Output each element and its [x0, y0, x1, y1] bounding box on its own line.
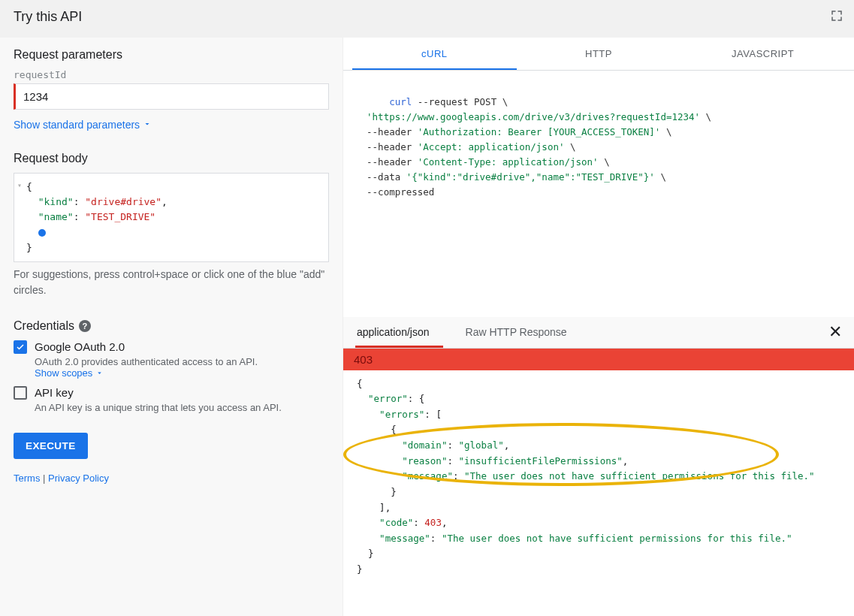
status-code: 403: [354, 353, 373, 366]
rv-reason: "insufficientFilePermissions": [459, 455, 623, 467]
requestid-input[interactable]: [14, 83, 329, 110]
code-hdr2-flag: --header: [355, 141, 418, 152]
help-icon[interactable]: ?: [79, 320, 91, 332]
code-hdr2: 'Accept: application/json': [418, 141, 565, 152]
add-property-icon[interactable]: [38, 229, 46, 237]
right-panel: cURL HTTP JAVASCRIPT curl --request POST…: [343, 38, 854, 616]
requestid-label: requestId: [14, 69, 329, 80]
code-hdr3: 'Content-Type: application/json': [418, 156, 599, 168]
rk-message: "message": [402, 470, 453, 482]
footer-links: Terms | Privacy Policy: [14, 473, 329, 484]
tab-javascript[interactable]: JAVASCRIPT: [680, 38, 845, 70]
show-scopes-link[interactable]: Show scopes: [35, 367, 104, 379]
terms-link[interactable]: Terms: [14, 473, 40, 484]
oauth-label: Google OAuth 2.0: [35, 340, 329, 353]
request-body-editor[interactable]: ▾ { "kind": "drive#drive", "name": "TEST…: [14, 173, 329, 262]
feedback-icon[interactable]: [809, 77, 822, 90]
collapse-icon[interactable]: [830, 9, 843, 25]
show-standard-parameters-label: Show standard parameters: [14, 119, 140, 131]
response-tabs: application/json Raw HTTP Response ✕: [343, 317, 854, 349]
code-flag-request: --request: [412, 96, 474, 107]
rv-message: "The user does not have sufficient permi…: [464, 470, 815, 482]
response-body[interactable]: { "error": { "errors": [ { "domain": "gl…: [343, 370, 854, 617]
rv-message2: "The user does not have sufficient permi…: [442, 533, 792, 544]
credentials-heading-label: Credentials: [14, 319, 74, 333]
rk-reason: "reason": [402, 455, 447, 467]
copy-icon[interactable]: [830, 77, 843, 90]
apikey-checkbox[interactable]: [14, 386, 27, 400]
json-val-name: "TEST_DRIVE": [85, 211, 155, 222]
code-hdr1-flag: --header: [355, 126, 418, 137]
close-icon[interactable]: ✕: [828, 322, 842, 342]
chevron-down-icon: [143, 119, 152, 131]
credential-oauth-row: Google OAuth 2.0 OAuth 2.0 provides auth…: [14, 340, 329, 379]
code-bs1: \: [496, 96, 508, 107]
execute-button[interactable]: EXECUTE: [14, 433, 88, 459]
tab-http[interactable]: HTTP: [517, 38, 681, 70]
tab-appjson[interactable]: application/json: [355, 317, 443, 348]
left-panel: Request parameters requestId Show standa…: [0, 38, 343, 616]
rk-code: "code": [379, 517, 413, 528]
code-data-flag: --data: [355, 171, 406, 183]
show-standard-parameters-link[interactable]: Show standard parameters: [14, 119, 152, 131]
code-compressed: --compressed: [355, 186, 434, 198]
code-snippet[interactable]: curl --request POST \ 'https://www.googl…: [343, 71, 854, 317]
json-key-name: "name": [38, 211, 74, 222]
fold-gutter-icon[interactable]: ▾: [17, 180, 22, 192]
json-key-kind: "kind": [38, 196, 74, 207]
code-curl: curl: [389, 96, 412, 107]
code-hdr3-flag: --header: [355, 156, 418, 168]
show-scopes-label: Show scopes: [35, 367, 92, 379]
oauth-desc: OAuth 2.0 provides authenticated access …: [35, 356, 329, 379]
json-val-kind: "drive#drive": [85, 196, 161, 207]
request-body-hint: For suggestions, press control+space or …: [14, 267, 329, 298]
code-method: POST: [474, 96, 496, 107]
rk-error: "error": [368, 393, 408, 404]
privacy-link[interactable]: Privacy Policy: [48, 473, 109, 484]
code-url: 'https://www.googleapis.com/drive/v3/dri…: [355, 111, 700, 122]
code-data: '{"kind":"drive#drive","name":"TEST_DRIV…: [406, 171, 655, 183]
tab-curl[interactable]: cURL: [352, 38, 517, 70]
footer-separator: |: [43, 473, 45, 484]
request-body-heading: Request body: [14, 152, 329, 165]
credential-apikey-row: API key An API key is a unique string th…: [14, 386, 329, 413]
rk-message2: "message": [379, 533, 430, 544]
code-tabs: cURL HTTP JAVASCRIPT: [343, 38, 854, 71]
tab-raw-http[interactable]: Raw HTTP Response: [464, 317, 581, 348]
code-hdr1: 'Authorization: Bearer [YOUR_ACCESS_TOKE…: [418, 126, 661, 137]
oauth-checkbox[interactable]: [14, 340, 27, 354]
request-parameters-heading: Request parameters: [14, 48, 329, 62]
rv-code: 403: [424, 517, 442, 528]
apikey-label: API key: [35, 386, 329, 399]
status-bar: 403: [343, 349, 854, 370]
page-title: Try this API: [14, 9, 82, 25]
rk-domain: "domain": [402, 439, 447, 451]
credentials-heading: Credentials ?: [14, 319, 329, 333]
oauth-desc-text: OAuth 2.0 provides authenticated access …: [35, 356, 258, 367]
rk-errors: "errors": [379, 409, 424, 420]
header-bar: Try this API: [0, 0, 854, 38]
rv-domain: "global": [459, 439, 504, 451]
apikey-desc: An API key is a unique string that lets …: [35, 402, 329, 413]
